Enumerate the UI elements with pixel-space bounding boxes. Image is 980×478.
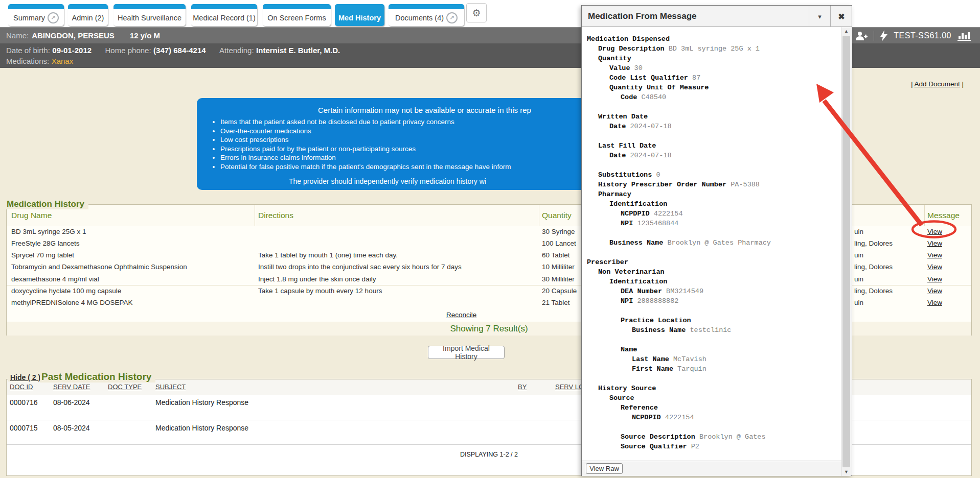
modal-blank-line [582, 375, 841, 385]
past-col-by[interactable]: BY [518, 383, 527, 391]
scroll-down-button[interactable]: ▼ [842, 468, 851, 476]
scrollbar-thumb[interactable] [842, 36, 850, 467]
col-quantity: Quantity [542, 211, 572, 220]
modal-line: Code C48540 [582, 93, 841, 103]
field-label: NCPDPID [632, 414, 661, 421]
view-message-link[interactable]: View [927, 263, 942, 271]
external-link-icon[interactable]: ↗ [446, 12, 458, 23]
past-col-doc-id[interactable]: DOC ID [10, 383, 33, 391]
cell-quantity: 20 Capsule [542, 287, 577, 295]
modal-line: Substitutions 0 [582, 171, 841, 181]
collapse-button[interactable]: ▾ [809, 6, 830, 27]
tab-summary[interactable]: Summary↗ [8, 4, 64, 26]
modal-line: Value 30 [582, 64, 841, 74]
view-message-link[interactable]: View [927, 251, 942, 259]
modal-scrollbar[interactable]: ▲ ▼ [841, 27, 851, 476]
field-label: Prescriber [587, 258, 628, 266]
tab-admin-2[interactable]: Admin (2) [68, 4, 108, 26]
field-label: DEA Number [621, 288, 662, 295]
field-value: 2024-07-18 [626, 123, 671, 130]
close-button[interactable]: ✖ [830, 6, 852, 27]
notice-bullet: Potential for false positive match if th… [220, 162, 511, 172]
cell-prescriber-fragment: uin [854, 275, 863, 283]
modal-line: Last Name McTavish [582, 355, 841, 365]
tab-health-surveillance[interactable]: Health Surveillance [113, 4, 186, 26]
modal-line: Drug Description BD 3mL syringe 25G x 1 [582, 45, 841, 55]
cell-prescriber-fragment: uin [854, 251, 863, 259]
view-message-link[interactable]: View [927, 240, 942, 247]
field-label: NPI [621, 220, 633, 227]
cell-quantity: 30 Syringe [542, 228, 575, 235]
field-value: PA-5388 [726, 181, 760, 188]
import-medical-history-button[interactable]: Import Medical History [428, 346, 505, 359]
field-value: Brooklyn @ Gates Pharmacy [663, 239, 771, 247]
bar-chart-icon[interactable] [958, 31, 971, 41]
notice-bullet: Errors in insurance claims information [220, 153, 511, 162]
past-col-subject[interactable]: SUBJECT [155, 383, 186, 391]
modal-blank-line [582, 161, 841, 171]
medications-label: Medications: [6, 57, 49, 65]
environment-code: TEST-SS61.00 [894, 31, 951, 40]
tab-on-screen-forms[interactable]: On Screen Forms [263, 4, 331, 26]
cell-prescriber-fragment: ling, Dolores [854, 263, 893, 271]
field-value: 4222154 [661, 414, 694, 421]
field-label: Substitutions [598, 171, 652, 179]
reconcile-link[interactable]: Reconcile [446, 311, 476, 319]
modal-content: Medication DispensedDrug Description BD … [582, 27, 841, 461]
modal-line: Written Date [582, 113, 841, 123]
modal-blank-line [582, 307, 841, 317]
modal-line: Code List Qualifier 87 [582, 74, 841, 84]
tab-label: Admin (2) [72, 14, 104, 22]
scroll-up-icon: ▲ [844, 29, 849, 34]
field-label: NPI [621, 297, 633, 305]
settings-button[interactable]: ⚙ [466, 3, 487, 22]
add-user-icon[interactable] [855, 31, 868, 41]
view-message-link[interactable]: View [927, 275, 942, 283]
view-message-link[interactable]: View [927, 299, 942, 306]
phone-label: Home phone: [105, 46, 151, 55]
lightning-icon[interactable] [880, 30, 887, 41]
view-raw-button[interactable]: View Raw [586, 463, 623, 474]
field-value: 0 [652, 171, 660, 179]
field-label: Source Description [621, 433, 695, 441]
modal-line: Reference [582, 404, 841, 414]
modal-line: DEA Number BM3214549 [582, 288, 841, 297]
cell-drug-name: FreeStyle 28G lancets [11, 240, 80, 247]
hide-link[interactable]: Hide ( 2 ) [8, 373, 42, 381]
cell-quantity: 60 Tablet [542, 251, 570, 259]
modal-blank-line [582, 423, 841, 433]
field-value: 2888888882 [633, 297, 678, 305]
past-col-serv-date[interactable]: SERV DATE [53, 383, 90, 391]
scroll-up-button[interactable]: ▲ [842, 27, 851, 35]
external-link-icon[interactable]: ↗ [48, 12, 59, 23]
field-label: Name [621, 346, 637, 353]
field-label: First Name [632, 365, 673, 373]
view-message-link[interactable]: View [927, 228, 942, 235]
tab-medical-record-1[interactable]: Medical Record (1) [191, 4, 257, 26]
cell-drug-name: BD 3mL syringe 25G x 1 [11, 228, 86, 235]
modal-line: Medication Dispensed [582, 35, 841, 45]
field-label: Pharmacy [598, 190, 631, 198]
field-value: C48540 [637, 93, 666, 101]
attending-label: Attending: [219, 46, 254, 55]
field-label: Quantity [598, 55, 631, 62]
field-label: Non Veterinarian [598, 268, 665, 276]
modal-line: Source Description Brooklyn @ Gates [582, 433, 841, 443]
medications-value[interactable]: Xanax [52, 57, 74, 65]
past-col-serv-lo[interactable]: SERV LO [555, 383, 584, 391]
patient-name: ABINGDON, PERSEUS [32, 31, 115, 40]
view-message-link[interactable]: View [927, 287, 942, 295]
modal-line: Source [582, 394, 841, 404]
tab-med-history[interactable]: Med History [335, 4, 384, 26]
cell-drug-name: doxycycline hyclate 100 mg capsule [11, 287, 121, 295]
notice-footer: The provider should independently verify… [289, 177, 486, 185]
tab-documents-4[interactable]: Documents (4)↗ [389, 4, 464, 26]
field-value: P2 [687, 443, 699, 450]
field-value: 1235468844 [633, 220, 678, 227]
add-document-link[interactable]: Add Document [915, 80, 960, 88]
cell-drug-name: methylPREDNISolone 4 MG DOSEPAK [11, 299, 133, 306]
modal-title-bar[interactable]: Medication From Message ▾ ✖ [582, 6, 852, 27]
cell-directions: Take 1 capsule by mouth every 12 hours [258, 287, 382, 295]
past-col-doc-type[interactable]: DOC TYPE [108, 383, 142, 391]
modal-line: Business Name testclinic [582, 326, 841, 336]
